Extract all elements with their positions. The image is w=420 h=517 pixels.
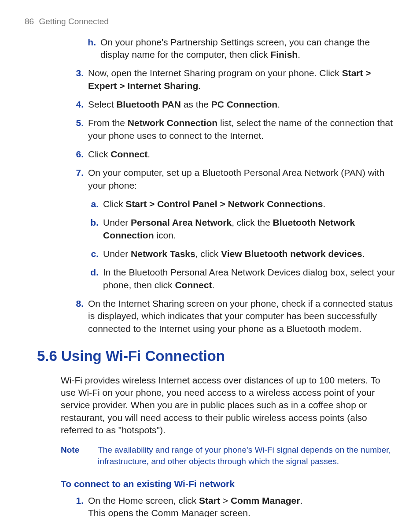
step-marker: 7. <box>72 167 84 192</box>
note-text: The availability and range of your phone… <box>98 444 395 467</box>
step-text: From the Network Connection list, select… <box>88 117 395 142</box>
step-h: h. On your phone's Partnership Settings … <box>85 36 395 61</box>
step-text: On your computer, set up a Bluetooth Per… <box>88 167 395 192</box>
step-text: Select Bluetooth PAN as the PC Connectio… <box>88 98 395 111</box>
step-marker: a. <box>87 198 99 210</box>
step-7d: d. In the Bluetooth Personal Area Networ… <box>87 266 395 291</box>
section-heading: 5.6 Using Wi-Fi Connection <box>37 346 395 366</box>
step-marker: b. <box>87 216 99 242</box>
page-number: 86 <box>25 17 34 26</box>
wifi-step-1: 1. On the Home screen, click Start > Com… <box>72 495 395 517</box>
step-marker: 6. <box>72 148 84 160</box>
step-marker: h. <box>85 36 96 61</box>
step-marker: 1. <box>72 495 84 517</box>
step-7b: b. Under Personal Area Network, click th… <box>87 216 395 242</box>
page-header: 86 Getting Connected <box>25 16 395 27</box>
step-marker: 8. <box>72 298 84 335</box>
step-text: On the Home screen, click Start > Comm M… <box>88 495 395 517</box>
step-3: 3. Now, open the Internet Sharing progra… <box>72 67 395 92</box>
step-8: 8. On the Internet Sharing screen on you… <box>72 298 395 335</box>
step-marker: 3. <box>72 67 84 92</box>
step-text: Under Personal Area Network, click the B… <box>103 216 395 242</box>
body-paragraph: Wi-Fi provides wireless Internet access … <box>61 374 395 437</box>
step-4: 4. Select Bluetooth PAN as the PC Connec… <box>72 98 395 111</box>
step-marker: 5. <box>72 117 84 142</box>
step-text: Under Network Tasks, click View Bluetoot… <box>103 248 395 260</box>
step-7c: c. Under Network Tasks, click View Bluet… <box>87 248 395 260</box>
step-marker: d. <box>87 266 99 291</box>
note-block: Note The availability and range of your … <box>61 444 395 467</box>
step-text: Now, open the Internet Sharing program o… <box>88 67 395 92</box>
step-marker: c. <box>87 248 99 260</box>
step-text: On the Internet Sharing screen on your p… <box>88 298 395 335</box>
step-7a: a. Click Start > Control Panel > Network… <box>87 198 395 210</box>
subheading: To connect to an existing Wi-Fi network <box>61 478 395 490</box>
step-5: 5. From the Network Connection list, sel… <box>72 117 395 142</box>
step-text: In the Bluetooth Personal Area Network D… <box>103 266 395 291</box>
note-label: Note <box>61 444 98 467</box>
step-text: On your phone's Partnership Settings scr… <box>100 36 395 61</box>
step-text: Click Connect. <box>88 148 395 160</box>
chapter-title: Getting Connected <box>39 17 108 26</box>
step-text: Click Start > Control Panel > Network Co… <box>103 198 395 210</box>
step-6: 6. Click Connect. <box>72 148 395 160</box>
step-marker: 4. <box>72 98 84 111</box>
step-7: 7. On your computer, set up a Bluetooth … <box>72 167 395 192</box>
